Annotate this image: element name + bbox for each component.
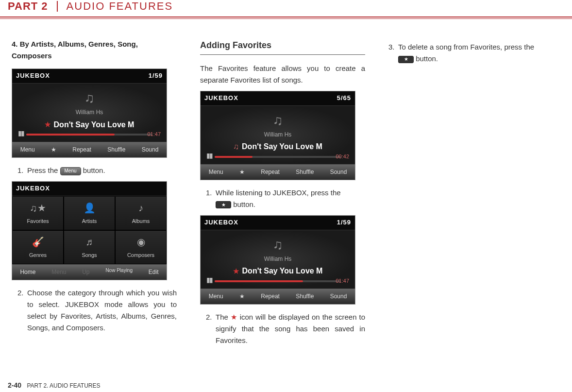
step-text: While listening to JUKEBOX, press the [216, 188, 341, 197]
star-button-inline: ★ [398, 56, 414, 63]
ss-btn: Sound [329, 168, 348, 177]
star-icon: ★ [45, 119, 51, 130]
ss-time: 01:47 [336, 277, 349, 286]
grid-cell: ♬Songs [64, 230, 115, 264]
ss-btn: ★ [238, 292, 246, 301]
col1-heading-text: By Artists, Albums, Genres, Song, Compos… [12, 40, 138, 60]
ss-btn: Up [81, 268, 90, 277]
artists-icon: 👤 [82, 201, 97, 215]
ss-btn: Menu [208, 168, 224, 177]
progress-bar [215, 280, 341, 282]
footer-label: PART 2. AUDIO FEATURES [27, 382, 100, 389]
col3-step3: 3. To delete a song from Favorites, pres… [388, 41, 554, 65]
col1-step2: 2. Choose the category through which you… [12, 287, 177, 334]
progress-bar [26, 134, 152, 136]
col1-heading: 4. By Artists, Albums, Genres, Song, Com… [12, 38, 177, 62]
grid-cell: ◉Composers [115, 230, 167, 264]
step-text: Press the [27, 166, 60, 174]
ss-btn: Shuffle [295, 168, 315, 177]
ss-btn: ★ [50, 145, 57, 154]
music-note-icon: ♫ [81, 89, 98, 107]
column-3: 3. To delete a song from Favorites, pres… [388, 38, 554, 349]
ss-bottom-bar: Menu ★ Repeat Shuffle Sound [201, 164, 355, 180]
music-note-icon: ♫ [269, 236, 286, 254]
red-rule [0, 17, 572, 17]
ss-title: JUKEBOX [204, 218, 238, 228]
grid-cell: 👤Artists [64, 196, 115, 230]
ss-count: 5/65 [337, 93, 351, 103]
step-text: button. [81, 166, 105, 174]
ss-bottom-bar: Menu ★ Repeat Shuffle Sound [201, 289, 355, 304]
step-number: 1. [17, 165, 27, 176]
ss-btn: Menu [50, 268, 67, 277]
ss-btn: Repeat [260, 292, 281, 301]
column-1: 4. By Artists, Albums, Genres, Song, Com… [12, 38, 177, 349]
pause-icon: ▮▮ [206, 150, 212, 161]
col2-step2: 2. The ★ icon will be displayed on the s… [200, 311, 365, 346]
ss-artist: William Hs [264, 255, 292, 264]
header-divider [57, 1, 58, 12]
col2-step1: 1. While listening to JUKEBOX, press the… [200, 187, 365, 210]
step-text: icon will be displayed on the screen to … [216, 313, 365, 344]
page-header: PART 2 AUDIO FEATURES [0, 0, 572, 15]
star-icon: ★ [233, 266, 239, 276]
jukebox-screenshot-2: JUKEBOX ♫★Favorites 👤Artists ♪Albums 🎸Ge… [12, 181, 167, 280]
thin-rule [0, 18, 572, 19]
composers-icon: ◉ [134, 235, 148, 249]
step-text: The [216, 313, 231, 321]
ss-count: 1/59 [149, 71, 163, 81]
music-note-icon: ♫ [269, 112, 286, 129]
step-text: To delete a song from Favorites, press t… [398, 43, 534, 51]
grid-cell: 🎸Genres [12, 230, 64, 264]
col1-step1: 1. Press the Menu button. [12, 165, 177, 176]
ss-bottom-bar: Home Menu Up Now Playing Edit [12, 264, 167, 280]
ss-time: 00:42 [336, 153, 349, 161]
ss-btn: Sound [141, 145, 160, 154]
pause-icon: ▮▮ [18, 128, 24, 138]
star-icon-inline: ★ [231, 313, 237, 321]
favorites-icon: ♫★ [31, 201, 45, 215]
step-text: Choose the category through which you wi… [27, 287, 177, 334]
ss-btn: Menu [19, 145, 36, 154]
part-label: PART 2 [8, 0, 57, 13]
ss-btn: Now Playing [104, 268, 134, 277]
progress-bar [215, 156, 341, 158]
ss-title: JUKEBOX [204, 93, 238, 103]
jukebox-screenshot-3: JUKEBOX 5/65 ♫ William Hs ♫ Don't Say Yo… [200, 91, 355, 180]
ss-btn: Repeat [71, 145, 92, 154]
ss-btn: Shuffle [295, 292, 315, 301]
step-text: button. [231, 200, 255, 208]
column-2: Adding Favorites The Favorites feature a… [200, 38, 365, 349]
ss-artist: William Hs [76, 108, 103, 117]
jukebox-screenshot-1: JUKEBOX 1/59 ♫ William Hs ★ Don't Say Yo… [12, 68, 167, 158]
ss-song-title: Don't Say You Love M [54, 119, 135, 131]
ss-btn: Menu [208, 292, 224, 301]
ss-song-title: Don't Say You Love M [242, 265, 323, 277]
step-number: 1. [206, 187, 216, 210]
ss-btn: Home [19, 268, 36, 277]
ss-time: 01:47 [147, 130, 161, 139]
ss-title: JUKEBOX [16, 184, 50, 194]
ss-btn: ★ [238, 168, 246, 177]
ss-bottom-bar: Menu ★ Repeat Shuffle Sound [12, 142, 167, 157]
grid-cell: ♪Albums [115, 196, 167, 230]
adding-favorites-heading: Adding Favorites [200, 38, 365, 55]
menu-button-inline: Menu [60, 167, 81, 175]
ss-song-title: Don't Say You Love M [242, 140, 322, 153]
albums-icon: ♪ [134, 201, 148, 215]
star-button-inline: ★ [216, 201, 231, 208]
ss-btn: Repeat [260, 168, 281, 177]
ss-artist: William Hs [264, 130, 292, 139]
grid-cell: ♫★Favorites [12, 196, 64, 230]
ss-btn: Shuffle [106, 145, 126, 154]
step-text: button. [414, 54, 438, 63]
pause-icon: ▮▮ [206, 274, 212, 285]
step-number: 3. [388, 41, 398, 65]
songs-icon: ♬ [82, 235, 97, 249]
ss-title: JUKEBOX [16, 71, 50, 81]
step-number: 2. [17, 287, 27, 334]
page-number: 2-40 [8, 381, 21, 389]
section-title: AUDIO FEATURES [67, 0, 173, 13]
ss-btn: Sound [329, 292, 348, 301]
ss-count: 1/59 [337, 218, 351, 228]
